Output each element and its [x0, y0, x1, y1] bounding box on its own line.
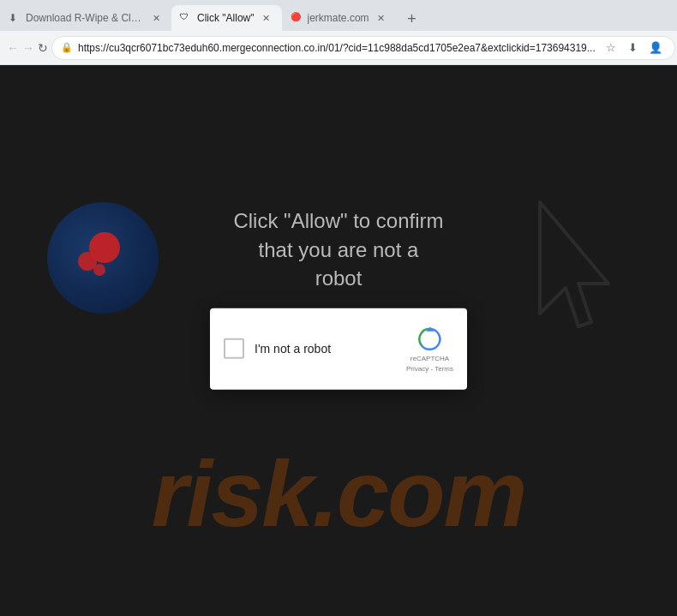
tab2-favicon: 🛡	[180, 12, 192, 24]
message-line2: that you are not a	[233, 236, 443, 265]
captcha-checkbox[interactable]	[224, 338, 244, 359]
message-line3: robot	[233, 264, 443, 293]
reload-button[interactable]: ↻	[38, 36, 48, 60]
recaptcha-privacy-link[interactable]: Privacy	[406, 365, 428, 373]
tab1-favicon: ⬇	[9, 12, 21, 24]
recaptcha-links[interactable]: Privacy - Terms	[406, 365, 453, 373]
background-overlay: Click "Allow" to confirm that you are no…	[0, 65, 677, 616]
tab1-close-button[interactable]: ✕	[149, 11, 163, 25]
recaptcha-brand-text: reCAPTCHA	[410, 354, 449, 362]
tab1-title: Download R-Wipe & Clean 20...	[26, 12, 144, 24]
lock-icon: 🔒	[61, 42, 73, 53]
address-bar[interactable]: 🔒 https://cu3qcr6071bc73eduh60.mergeconn…	[51, 36, 675, 60]
svg-point-2	[93, 264, 105, 276]
message-line1: Click "Allow" to confirm	[233, 206, 443, 236]
captcha-dialog: I'm not a robot	[210, 308, 467, 389]
bookmark-icon[interactable]: ☆	[601, 38, 621, 58]
new-tab-button[interactable]: +	[400, 7, 424, 31]
recaptcha-branding: reCAPTCHA Privacy - Terms	[406, 325, 453, 372]
risk-watermark: risk.com	[152, 439, 525, 547]
tab2-close-button[interactable]: ✕	[260, 11, 273, 25]
tab-bar: ⬇ Download R-Wipe & Clean 20... ✕ 🛡 Clic…	[0, 0, 677, 31]
forward-button[interactable]: →	[22, 36, 34, 60]
toolbar: ← → ↻ 🔒 https://cu3qcr6071bc73eduh60.mer…	[0, 31, 677, 65]
url-text: https://cu3qcr6071bc73eduh60.mergeconnec…	[78, 42, 596, 54]
tab3-favicon: 🔴	[291, 12, 303, 24]
address-bar-icons: ☆ ⬇ 👤	[601, 38, 666, 58]
tab-click-allow[interactable]: 🛡 Click "Allow" ✕	[171, 5, 282, 31]
download-icon[interactable]: ⬇	[623, 38, 644, 58]
chrome-browser-window: ⬇ Download R-Wipe & Clean 20... ✕ 🛡 Clic…	[0, 0, 677, 616]
account-icon[interactable]: 👤	[645, 38, 666, 58]
tab3-close-button[interactable]: ✕	[374, 11, 388, 25]
tab-jerkmate[interactable]: 🔴 jerkmate.com ✕	[282, 5, 397, 31]
tab-download[interactable]: ⬇ Download R-Wipe & Clean 20... ✕	[0, 5, 171, 31]
arrow-graphic	[523, 194, 626, 368]
site-logo	[47, 202, 159, 314]
back-button[interactable]: ←	[7, 36, 19, 60]
tab2-title: Click "Allow"	[197, 12, 255, 24]
captcha-label: I'm not a robot	[255, 342, 396, 356]
recaptcha-terms-link[interactable]: Terms	[434, 365, 453, 373]
page-message: Click "Allow" to confirm that you are no…	[233, 206, 443, 293]
recaptcha-logo-svg	[416, 325, 444, 352]
tab3-title: jerkmate.com	[308, 12, 369, 24]
page-content: Click "Allow" to confirm that you are no…	[0, 65, 677, 616]
logo-svg	[69, 224, 137, 292]
